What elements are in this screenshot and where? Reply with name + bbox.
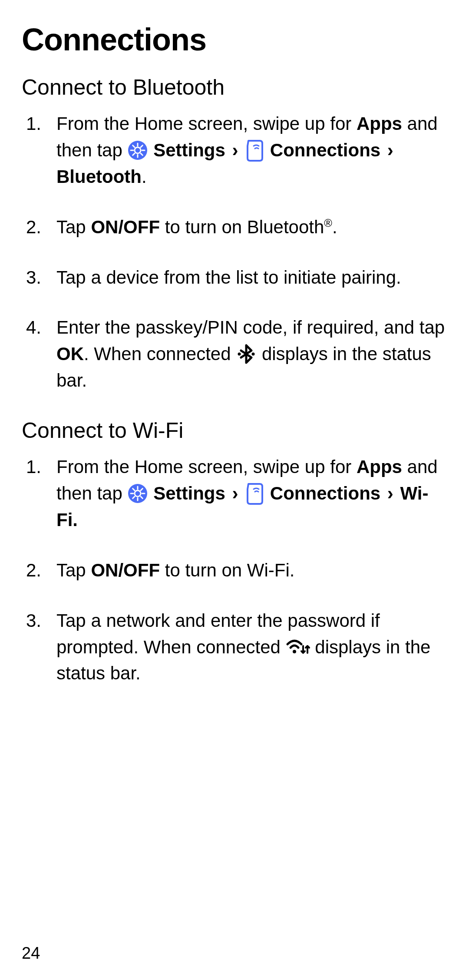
step-text: to turn on Wi-Fi. — [160, 560, 294, 580]
svg-point-6 — [293, 650, 296, 653]
step-text: Tap — [56, 560, 91, 580]
step-item: From the Home screen, swipe up for Apps … — [22, 454, 447, 533]
step-item: Tap ON/OFF to turn on Wi-Fi. — [22, 557, 447, 584]
step-text: Tap — [56, 217, 91, 237]
page-number: 24 — [22, 944, 40, 963]
apps-label: Apps — [357, 457, 402, 477]
step-item: Enter the passkey/PIN code, if required,… — [22, 315, 447, 394]
step-item: Tap ON/OFF to turn on Bluetooth®. — [22, 214, 447, 241]
chevron-right-icon: › — [225, 483, 245, 503]
onoff-label: ON/OFF — [91, 560, 160, 580]
step-text: . When connected — [84, 344, 236, 364]
registered-mark: ® — [324, 217, 332, 229]
step-text: . — [332, 217, 337, 237]
section-heading-wifi: Connect to Wi-Fi — [22, 418, 447, 443]
bluetooth-label: Bluetooth — [56, 166, 142, 187]
connections-icon — [245, 482, 265, 505]
step-text: Enter the passkey/PIN code, if required,… — [56, 317, 445, 338]
chevron-right-icon: › — [225, 140, 245, 160]
connections-label: Connections — [270, 140, 380, 160]
ok-label: OK — [56, 344, 84, 364]
step-item: Tap a network and enter the password if … — [22, 608, 447, 687]
step-item: From the Home screen, swipe up for Apps … — [22, 111, 447, 190]
apps-label: Apps — [357, 113, 402, 134]
step-text: From the Home screen, swipe up for — [56, 457, 357, 477]
step-item: Tap a device from the list to initiate p… — [22, 265, 447, 291]
connections-label: Connections — [270, 483, 380, 503]
step-text: . — [142, 166, 147, 187]
settings-label: Settings — [153, 140, 225, 160]
chevron-right-icon: › — [380, 140, 395, 160]
document-page: Connections Connect to Bluetooth From th… — [0, 0, 469, 980]
wifi-arrows-icon — [286, 637, 310, 656]
steps-bluetooth: From the Home screen, swipe up for Apps … — [22, 111, 447, 394]
connections-icon — [245, 139, 265, 162]
settings-gear-icon — [127, 483, 148, 504]
page-title: Connections — [22, 22, 447, 57]
settings-gear-icon — [127, 140, 148, 161]
svg-point-3 — [252, 353, 255, 356]
bluetooth-connected-icon — [236, 344, 257, 364]
step-text: to turn on Bluetooth — [160, 217, 324, 237]
settings-label: Settings — [153, 483, 225, 503]
section-heading-bluetooth: Connect to Bluetooth — [22, 75, 447, 100]
step-text: From the Home screen, swipe up for — [56, 113, 357, 134]
steps-wifi: From the Home screen, swipe up for Apps … — [22, 454, 447, 687]
onoff-label: ON/OFF — [91, 217, 160, 237]
step-text: Tap a device from the list to initiate p… — [56, 267, 401, 288]
chevron-right-icon: › — [380, 483, 400, 503]
svg-point-2 — [238, 353, 241, 356]
